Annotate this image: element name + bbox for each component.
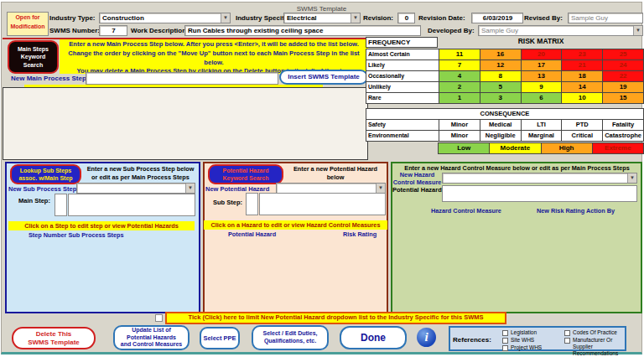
developed-by-label: Developed By: [428,27,475,34]
hazard-sub-step-text-field[interactable] [259,193,386,215]
chevron-down-icon[interactable]: ▼ [633,26,642,35]
work-description-label: Work Description: [131,27,189,34]
frequency-row-label: Rare [366,93,439,103]
risk-score-cell: 11 [439,49,480,60]
checkbox-icon[interactable] [502,330,508,336]
safety-cell: Medical [480,120,521,130]
references-label: References: [453,336,491,344]
new-potential-hazard-label: New Potential Hazard [205,185,269,193]
checkbox-icon[interactable] [564,338,570,344]
safety-cell: PTD [562,120,602,130]
risk-score-cell: 4 [439,71,480,81]
risk-score-cell: 1 [439,93,480,103]
checkbox-icon[interactable] [564,330,570,336]
reference-item[interactable]: Site WHS [502,337,542,344]
reference-label: Project WHS [511,344,542,351]
safety-cell: Minor [439,120,480,130]
chevron-down-icon[interactable]: ▼ [376,184,385,193]
reference-item[interactable]: Manufacturer Or Supplier Recommendations [564,337,625,357]
risk-score-cell: 21 [562,60,602,70]
window-title: SWMS Template [2,5,641,13]
frequency-row-label: Almost Certain [366,49,439,60]
limit-hazard-checkbox-label[interactable]: Tick (Click) here to limit New Potential… [165,312,506,324]
consequence-header: CONSEQUENCE [366,109,643,119]
industry-specific-value: Electrical [287,14,317,22]
chevron-down-icon[interactable]: ▼ [627,173,636,183]
environmental-row-label: Environmental [366,131,439,141]
chevron-down-icon[interactable]: ▼ [351,13,360,23]
done-button[interactable]: Done [340,326,407,349]
industry-type-select[interactable]: Construction ▼ [99,13,231,23]
delete-swms-template-button[interactable]: Delete This SWMS Template [12,327,96,349]
select-duties-button[interactable]: Select / Edit Duties, Qualifications, et… [252,325,329,350]
environmental-cell: Minor [439,131,480,141]
reference-label: Codes Of Practice [573,329,617,336]
industry-type-value: Construction [102,14,144,22]
control-potential-hazard-label: Potential Hazard: [392,186,444,194]
limit-hazard-checkbox[interactable] [155,314,163,322]
insert-swms-template-button[interactable]: Insert SWMS Template [279,70,368,85]
lookup-sub-steps-button[interactable]: Lookup Sub Steps assoc. w/Main Step [10,164,81,184]
frequency-row-label: Unlikely [366,82,439,92]
risk-score-cell: 5 [480,82,521,92]
new-hazard-control-measure-select[interactable]: ▼ [442,173,637,184]
risk-score-cell: 22 [603,71,643,81]
risk-score-cell: 24 [603,60,643,70]
safety-cell: LTI [522,120,562,130]
new-sub-process-step-select[interactable]: ▼ [76,183,195,194]
select-ppe-button[interactable]: Select PPE [200,327,240,349]
new-main-process-step-input[interactable] [86,72,278,85]
reference-label: Legislation [511,329,537,336]
risk-score-cell: 9 [522,82,562,92]
info-icon[interactable]: i [417,328,436,347]
developed-by-select[interactable]: Sample Guy ▼ [478,25,643,36]
safety-cell: Fatality [603,120,643,130]
hazard-sub-step-number-field[interactable] [246,193,258,215]
reference-item[interactable]: Project WHS [502,344,542,351]
chevron-down-icon[interactable]: ▼ [221,13,230,23]
sub-steps-hint: Click on a Step to edit step or view Pot… [8,221,195,230]
sub-main-step-text-field[interactable] [68,194,195,216]
risk-score-cell: 10 [562,93,602,103]
update-hazards-list-button[interactable]: Update List of Potential Hazards and Con… [113,325,190,350]
new-risk-rating-column: New Risk Rating Action By [537,207,615,215]
risk-score-cell: 23 [562,49,602,60]
revision-date-field[interactable]: 6/03/2019 [471,13,523,23]
main-process-steps-list[interactable] [3,87,368,160]
risk-score-cell: 20 [522,49,562,60]
safety-row-label: Safety [366,120,439,130]
risk-score-cell: 25 [603,49,643,60]
risk-legend: LowModerateHighExtreme [438,142,644,154]
swms-number-field[interactable]: 7 [99,25,127,36]
risk-score-cell: 6 [522,93,562,103]
sub-main-step-number-field[interactable] [55,194,67,216]
revised-by-label: Revised By: [524,14,563,22]
environmental-cell: Marginal [522,131,562,141]
checkbox-icon[interactable] [502,345,508,351]
reference-item[interactable]: Codes Of Practice [564,329,625,336]
environmental-cell: Critical [562,131,602,141]
references-column-2: Codes Of PracticeManufacturer Or Supplie… [564,329,625,357]
work-description-field[interactable]: Run Cables through existing ceiling spac… [184,25,421,36]
control-potential-hazard-field[interactable] [442,185,637,202]
revision-field[interactable]: 0 [397,13,415,23]
swms-window: SWMS Template Open for Modification Indu… [1,2,642,354]
industry-specific-select[interactable]: Electrical ▼ [283,13,361,23]
revision-label: Revision: [363,14,393,22]
revision-date-label: Revision Date: [418,14,465,22]
legend-cell: Extreme [593,143,643,153]
risk-score-cell: 12 [480,60,521,70]
potential-hazard-keyword-search-button[interactable]: Potential Hazard Keyword Search [208,164,283,184]
environmental-cell: Negligible [480,131,521,141]
risk-score-cell: 16 [480,49,521,60]
risk-score-cell: 19 [603,82,643,92]
legend-cell: Moderate [490,143,540,153]
revised-by-field[interactable]: Sample Guy [568,13,643,23]
chevron-down-icon[interactable]: ▼ [185,184,195,193]
main-steps-keyword-search-button[interactable]: Main Steps Keyword Search [8,40,59,74]
new-main-process-step-label: New Main Process Step [11,75,86,82]
reference-item[interactable]: Legislation [502,329,542,336]
potential-hazard-column: Potential Hazard [228,230,276,238]
checkbox-icon[interactable] [502,338,508,344]
frequency-row-label: Occasionally [366,71,439,81]
